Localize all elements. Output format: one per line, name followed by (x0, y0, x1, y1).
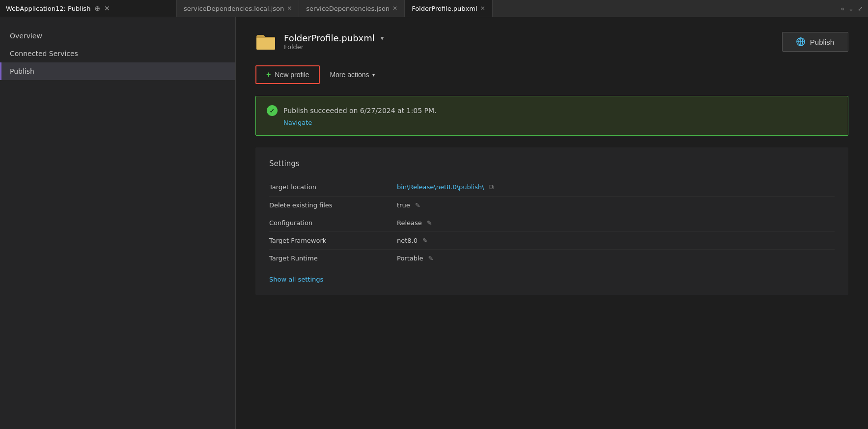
settings-title: Settings (269, 159, 835, 168)
window-title: WebApplication12: Publish (6, 5, 90, 12)
success-banner: ✓ Publish succeeded on 6/27/2024 at 1:05… (255, 96, 848, 136)
tab-service-deps[interactable]: serviceDependencies.json ✕ (299, 0, 405, 17)
settings-row-configuration: Configuration Release ✎ (269, 214, 835, 232)
dropdown-icon[interactable]: ⌄ (848, 5, 854, 12)
settings-value-target-framework: net8.0 (397, 237, 418, 244)
publish-button[interactable]: Publish (782, 32, 848, 52)
tab-service-deps-local[interactable]: serviceDependencies.local.json ✕ (177, 0, 299, 17)
more-actions-button[interactable]: More actions ▾ (322, 67, 382, 83)
profile-header: FolderProfile.pubxml ▾ Folder Publish (255, 32, 848, 52)
settings-label-target-runtime: Target Runtime (269, 255, 397, 262)
settings-value-configuration: Release (397, 219, 422, 227)
new-profile-button[interactable]: + New profile (255, 65, 320, 84)
settings-panel: Settings Target location bin\Release\net… (255, 147, 848, 295)
copy-icon[interactable]: ⧉ (489, 183, 494, 191)
pin-icon[interactable]: ⊕ (94, 4, 100, 12)
profile-name: FolderProfile.pubxml (284, 33, 375, 43)
title-bar-tabs: serviceDependencies.local.json ✕ service… (177, 0, 836, 17)
sidebar-item-publish[interactable]: Publish (0, 62, 235, 80)
success-banner-header: ✓ Publish succeeded on 6/27/2024 at 1:05… (267, 105, 837, 116)
sidebar: Overview Connected Services Publish (0, 17, 236, 429)
settings-value-target-location: bin\Release\net8.0\publish\ (397, 183, 484, 191)
profile-type: Folder (284, 43, 384, 51)
edit-icon-configuration[interactable]: ✎ (427, 219, 432, 227)
settings-row-delete-files: Delete existing files true ✎ (269, 197, 835, 214)
success-message: Publish succeeded on 6/27/2024 at 1:05 P… (283, 107, 436, 114)
title-bar: WebApplication12: Publish ⊕ ✕ serviceDep… (0, 0, 868, 17)
settings-label-configuration: Configuration (269, 219, 397, 227)
show-all-settings-link[interactable]: Show all settings (269, 276, 323, 283)
overflow-icon[interactable]: « (840, 5, 844, 12)
settings-row-target-location: Target location bin\Release\net8.0\publi… (269, 178, 835, 197)
settings-label-delete-files: Delete existing files (269, 201, 397, 209)
edit-icon-delete-files[interactable]: ✎ (415, 201, 420, 209)
globe-icon (796, 37, 805, 46)
navigate-link[interactable]: Navigate (283, 119, 312, 126)
title-bar-controls: « ⌄ ⤢ (836, 5, 868, 12)
settings-value-delete-files: true (397, 201, 410, 209)
folder-icon (255, 33, 276, 51)
content-area: FolderProfile.pubxml ▾ Folder Publish (236, 17, 868, 429)
close-icon[interactable]: ✕ (104, 4, 110, 12)
sidebar-item-connected-services[interactable]: Connected Services (0, 45, 235, 62)
edit-icon-target-runtime[interactable]: ✎ (428, 255, 434, 262)
sidebar-item-overview[interactable]: Overview (0, 27, 235, 45)
settings-label-target-framework: Target Framework (269, 237, 397, 244)
caret-icon: ▾ (372, 72, 375, 78)
profile-dropdown-icon[interactable]: ▾ (381, 34, 384, 42)
action-bar: + New profile More actions ▾ (255, 65, 848, 84)
tab-close-icon[interactable]: ✕ (480, 5, 485, 12)
tab-folder-profile[interactable]: FolderProfile.pubxml ✕ (405, 0, 493, 17)
edit-icon-target-framework[interactable]: ✎ (422, 237, 428, 244)
profile-header-left: FolderProfile.pubxml ▾ Folder (255, 33, 384, 51)
success-check-icon: ✓ (267, 105, 278, 116)
maximize-icon[interactable]: ⤢ (858, 5, 863, 12)
tab-close-icon[interactable]: ✕ (287, 5, 292, 12)
settings-row-target-runtime: Target Runtime Portable ✎ (269, 250, 835, 267)
profile-info: FolderProfile.pubxml ▾ Folder (284, 33, 384, 51)
main-layout: Overview Connected Services Publish Fold… (0, 17, 868, 429)
settings-value-target-runtime: Portable (397, 255, 423, 262)
plus-icon: + (266, 70, 271, 79)
settings-row-target-framework: Target Framework net8.0 ✎ (269, 232, 835, 250)
tab-close-icon[interactable]: ✕ (392, 5, 397, 12)
title-bar-left: WebApplication12: Publish ⊕ ✕ (0, 0, 177, 17)
settings-label-target-location: Target location (269, 183, 397, 191)
